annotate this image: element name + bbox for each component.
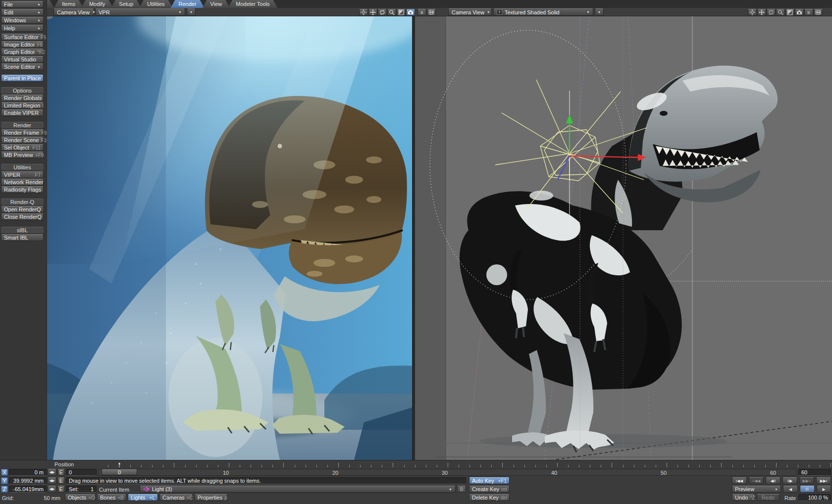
end-frame-field[interactable]: 60 (798, 469, 831, 476)
current-frame-field[interactable]: 0 (66, 469, 97, 476)
play-button[interactable]: ▶ (817, 486, 831, 493)
lights-mode-button[interactable]: Lights+L (128, 494, 158, 501)
sidebar-smart-ibl[interactable]: Smart IBL (1, 234, 44, 241)
sidebar-parent-in-place[interactable]: Parent in Place (1, 75, 44, 82)
sidebar-viper[interactable]: VIPERF7 (1, 171, 44, 178)
go-end-button[interactable]: ▶▶I (816, 477, 831, 484)
vpr-render-scene (47, 16, 412, 460)
bones-mode-button[interactable]: Bones+B (97, 494, 126, 501)
undo-button[interactable]: Undo^Z (732, 494, 755, 501)
menu-help[interactable]: Help▼ (1, 25, 44, 32)
tab-modeler-tools[interactable]: Modeler Tools (228, 0, 277, 8)
redo-button[interactable]: Redo (757, 494, 780, 501)
sidebar-limited-region[interactable]: Limited Regionl (1, 102, 44, 109)
tab-view[interactable]: View (203, 0, 230, 8)
zoom-view-icon[interactable] (776, 9, 785, 16)
film-icon[interactable] (814, 9, 823, 16)
y-stepper[interactable]: ◀▶ (48, 477, 56, 484)
left-viewport-menu-dropdown[interactable]: ▼ (187, 8, 196, 16)
cameras-mode-button[interactable]: Cameras+C (159, 494, 193, 501)
pan-view-icon[interactable] (368, 9, 377, 16)
objects-mode-button[interactable]: Objects+O (65, 494, 96, 501)
z-axis-button[interactable]: Z (1, 486, 8, 493)
right-view-type-dropdown[interactable]: Camera View▼ (448, 8, 492, 16)
next-key-button[interactable]: ▶▶+ (799, 477, 814, 484)
tab-items[interactable]: Items (54, 0, 83, 8)
x-axis-button[interactable]: X (1, 469, 8, 476)
sidebar-virtual-studio[interactable]: Virtual Studio (1, 56, 44, 63)
list-menu-icon[interactable]: ≡ (804, 9, 813, 16)
left-view-type-dropdown[interactable]: Camera View▼ (53, 8, 94, 16)
pause-button[interactable]: II (800, 486, 815, 493)
zoom-view-icon[interactable] (387, 9, 396, 16)
rotate-view-icon[interactable] (767, 9, 776, 16)
x-value-field[interactable]: 0 m (9, 469, 47, 476)
minmax-toggle-icon[interactable] (397, 9, 406, 16)
menu-file[interactable]: File▼ (1, 1, 44, 8)
y-axis-button[interactable]: Y (1, 477, 8, 484)
sidebar-sel-object[interactable]: Sel ObjectF11 (1, 144, 44, 151)
camera-view-icon[interactable] (795, 9, 804, 16)
camera-view-icon[interactable] (406, 9, 415, 16)
create-key-button[interactable]: Create Keyret (469, 486, 510, 493)
preview-dropdown[interactable]: Preview▼ (732, 486, 781, 493)
sidebar-surface-editor[interactable]: Surface EditorF5 (1, 34, 44, 41)
properties-button[interactable]: Propertiesp (195, 494, 227, 501)
timeline-ruler[interactable] (98, 461, 832, 467)
position-label: Position (54, 461, 74, 467)
sidebar-enable-viper[interactable]: Enable VIPER (1, 109, 44, 116)
sidebar-graph-editor[interactable]: Graph Editor^F2 (1, 49, 44, 55)
item-list-icon[interactable] (457, 486, 466, 493)
tab-utilities[interactable]: Utilities (139, 0, 172, 8)
go-start-button[interactable]: I◀◀ (732, 477, 747, 484)
sidebar-scene-editor[interactable]: Scene Editor▼ (1, 63, 44, 70)
sidebar-render-scene[interactable]: Render SceneF10 (1, 137, 44, 144)
sidebar-image-editor[interactable]: Image EditorF6 (1, 41, 44, 48)
right-viewport-canvas[interactable] (415, 16, 832, 460)
timeline-handle[interactable]: 0 (102, 469, 137, 475)
auto-key-button[interactable]: Auto Key+F1 (469, 477, 510, 484)
sidebar-open-renderq[interactable]: Open RenderQ (1, 206, 44, 213)
tab-setup[interactable]: Setup (111, 0, 141, 8)
set-field[interactable]: Set:1 (66, 486, 97, 493)
tab-bar: Items Modify Setup Utilities Render View… (47, 0, 832, 8)
step-forward-button[interactable]: II▶ (782, 477, 797, 484)
rotate-view-icon[interactable] (378, 9, 387, 16)
right-render-mode-dropdown[interactable]: TTextured Shaded Solid▼ (493, 8, 593, 16)
rate-field[interactable]: 100.0 % (798, 494, 831, 501)
sidebar-render-frame[interactable]: Render FrameF9 (1, 129, 44, 136)
x-envelope-button[interactable]: E (57, 469, 65, 476)
y-envelope-button[interactable]: E (57, 477, 65, 484)
y-value-field[interactable]: 39.9992 mm (9, 477, 47, 484)
move-view-icon[interactable] (359, 9, 368, 16)
z-stepper[interactable]: ◀▶ (48, 486, 56, 493)
sidebar-mb-preview[interactable]: MB Preview+F9 (1, 151, 44, 158)
chevron-down-icon: ▼ (449, 488, 452, 491)
minmax-toggle-icon[interactable] (785, 9, 794, 16)
sidebar-radiosity-flags[interactable]: Radiosity Flags (1, 186, 44, 193)
sidebar-network-render[interactable]: Network Render (1, 179, 44, 186)
tab-render[interactable]: Render (171, 0, 205, 8)
menu-windows[interactable]: Windows▼ (1, 17, 44, 24)
tick-50: 50 (661, 470, 667, 476)
menu-edit[interactable]: Edit▼ (1, 9, 44, 16)
current-item-dropdown[interactable]: Light (3) ▼ (140, 486, 456, 493)
sidebar-render-globals[interactable]: Render Globals (1, 95, 44, 101)
prev-key-button[interactable]: +◀◀ (749, 477, 764, 484)
move-view-icon[interactable] (748, 9, 757, 16)
z-value-field[interactable]: -65.0419mm (9, 486, 47, 493)
z-envelope-button[interactable]: E (57, 486, 65, 493)
right-viewport-menu-dropdown[interactable]: ▼ (595, 8, 604, 16)
section-render: Render (1, 122, 44, 128)
film-icon[interactable] (427, 9, 436, 16)
x-stepper[interactable]: ◀▶ (48, 469, 56, 476)
left-render-mode-dropdown[interactable]: VPR▼ (95, 8, 185, 16)
play-reverse-button[interactable]: ◀ (783, 486, 798, 493)
left-viewport-canvas[interactable] (47, 16, 412, 460)
pan-view-icon[interactable] (757, 9, 766, 16)
step-back-button[interactable]: ◀II (766, 477, 780, 484)
delete-key-button[interactable]: Delete Keydel (469, 494, 510, 501)
tab-modify[interactable]: Modify (81, 0, 113, 8)
list-menu-icon[interactable]: ≡ (417, 9, 426, 16)
sidebar-close-renderq[interactable]: Close RenderQ (1, 213, 44, 220)
